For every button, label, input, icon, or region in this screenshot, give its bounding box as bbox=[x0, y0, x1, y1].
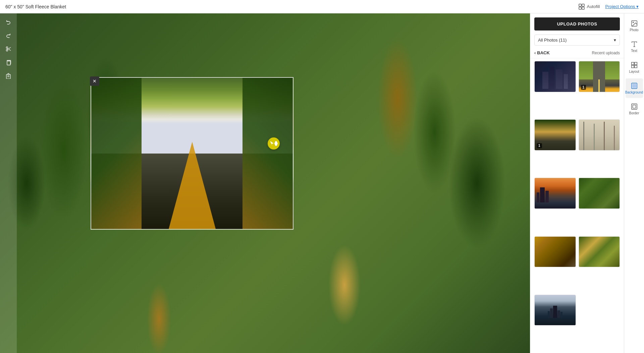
photo-thumbnail bbox=[535, 178, 576, 209]
photo-item[interactable] bbox=[534, 178, 576, 209]
photo-thumbnail bbox=[535, 237, 576, 267]
redo-icon bbox=[5, 33, 11, 39]
photos-grid: 1 1 bbox=[530, 58, 624, 353]
text-icon bbox=[631, 41, 638, 48]
photo-thumbnail bbox=[579, 178, 620, 209]
svg-point-14 bbox=[633, 22, 634, 23]
upload-photos-button[interactable]: UPLOAD PHOTOS bbox=[534, 17, 620, 31]
sidebar-background-label: Background bbox=[625, 91, 643, 94]
back-bar: ‹ BACK Recent uploads bbox=[530, 48, 624, 58]
sidebar-photos-label: Photo bbox=[630, 28, 638, 32]
svg-rect-24 bbox=[633, 105, 636, 108]
photos-dropdown-label: All Photos (11) bbox=[538, 38, 567, 43]
svg-line-7 bbox=[8, 49, 11, 51]
cursor-dot bbox=[268, 137, 280, 150]
photo-item[interactable] bbox=[579, 236, 620, 268]
photo-item[interactable] bbox=[534, 295, 576, 326]
topbar: 60" x 50" Soft Fleece Blanket Autofill P… bbox=[0, 0, 644, 13]
photos-dropdown[interactable]: All Photos (11) ▾ bbox=[534, 35, 620, 46]
border-icon bbox=[631, 103, 638, 110]
main-content: ✕ UPLOAD PHOTOS All Photos (11) ▾ bbox=[0, 13, 644, 353]
copy-icon bbox=[5, 59, 11, 65]
paste-icon bbox=[5, 73, 11, 79]
chevron-down-icon: ▾ bbox=[614, 38, 616, 43]
layout-icon bbox=[631, 61, 638, 69]
svg-line-6 bbox=[8, 47, 11, 49]
svg-rect-1 bbox=[582, 4, 584, 6]
svg-rect-9 bbox=[7, 61, 10, 65]
autofill-label: Autofill bbox=[587, 4, 600, 9]
back-label: BACK bbox=[537, 50, 550, 55]
cursor-icon bbox=[270, 140, 274, 146]
svg-point-5 bbox=[6, 47, 8, 49]
svg-point-4 bbox=[6, 50, 8, 51]
photo-icon bbox=[631, 20, 638, 27]
photo-item[interactable] bbox=[534, 236, 576, 268]
sidebar-item-background[interactable]: Background bbox=[626, 78, 643, 98]
svg-rect-19 bbox=[631, 65, 634, 68]
autofill-button[interactable]: Autofill bbox=[579, 4, 600, 10]
topbar-right: Autofill Project Options ▾ bbox=[579, 4, 639, 10]
photo-thumbnail bbox=[579, 120, 620, 150]
photo-thumbnail bbox=[579, 237, 620, 267]
photo-item[interactable]: 1 bbox=[534, 119, 576, 151]
left-toolbar bbox=[0, 13, 17, 353]
svg-rect-23 bbox=[631, 104, 637, 110]
inner-photo[interactable] bbox=[91, 77, 293, 230]
redo-button[interactable] bbox=[2, 30, 14, 42]
project-options-button[interactable]: Project Options ▾ bbox=[605, 4, 639, 9]
photo-badge: 1 bbox=[537, 143, 542, 148]
cut-button[interactable] bbox=[2, 43, 14, 55]
svg-rect-2 bbox=[579, 7, 581, 9]
sidebar-text-label: Text bbox=[631, 49, 637, 53]
back-button[interactable]: ‹ BACK bbox=[534, 50, 550, 55]
svg-rect-22 bbox=[632, 84, 636, 88]
photo-item[interactable]: 1 bbox=[579, 61, 620, 92]
svg-rect-0 bbox=[579, 4, 581, 6]
sidebar-item-layout[interactable]: Layout bbox=[626, 58, 643, 77]
svg-rect-17 bbox=[631, 62, 634, 65]
background-icon bbox=[631, 82, 638, 90]
back-arrow-icon: ‹ bbox=[534, 50, 536, 55]
photo-item[interactable] bbox=[534, 61, 576, 92]
svg-rect-20 bbox=[634, 65, 637, 68]
sidebar-item-border[interactable]: Border bbox=[626, 99, 643, 119]
photo-item[interactable] bbox=[579, 178, 620, 209]
photo-thumbnail bbox=[535, 295, 576, 326]
sidebar-border-label: Border bbox=[629, 111, 639, 115]
photos-panel: UPLOAD PHOTOS All Photos (11) ▾ ‹ BACK R… bbox=[530, 13, 624, 353]
autofill-icon bbox=[579, 4, 585, 10]
sidebar-item-photos[interactable]: Photo bbox=[626, 16, 643, 36]
copy-button[interactable] bbox=[2, 56, 14, 68]
page-title: 60" x 50" Soft Fleece Blanket bbox=[5, 4, 66, 9]
close-image-button[interactable]: ✕ bbox=[90, 76, 99, 86]
photo-thumbnail: 1 bbox=[579, 61, 620, 92]
sidebar-layout-label: Layout bbox=[629, 70, 639, 73]
photo-thumbnail: 1 bbox=[535, 120, 576, 150]
recent-uploads-label: Recent uploads bbox=[592, 51, 620, 55]
photo-thumbnail bbox=[535, 61, 576, 92]
photo-badge: 1 bbox=[581, 85, 586, 90]
canvas-area: ✕ bbox=[0, 13, 530, 353]
svg-rect-18 bbox=[634, 62, 637, 65]
photo-item[interactable] bbox=[579, 119, 620, 151]
undo-icon bbox=[5, 19, 11, 25]
svg-rect-3 bbox=[582, 7, 584, 9]
undo-button[interactable] bbox=[2, 16, 14, 28]
sidebar-item-text[interactable]: Text bbox=[626, 37, 643, 56]
scissors-icon bbox=[5, 46, 11, 52]
paste-button[interactable] bbox=[2, 70, 14, 82]
far-right-sidebar: Photo Text Layout Backgrou bbox=[624, 13, 644, 353]
